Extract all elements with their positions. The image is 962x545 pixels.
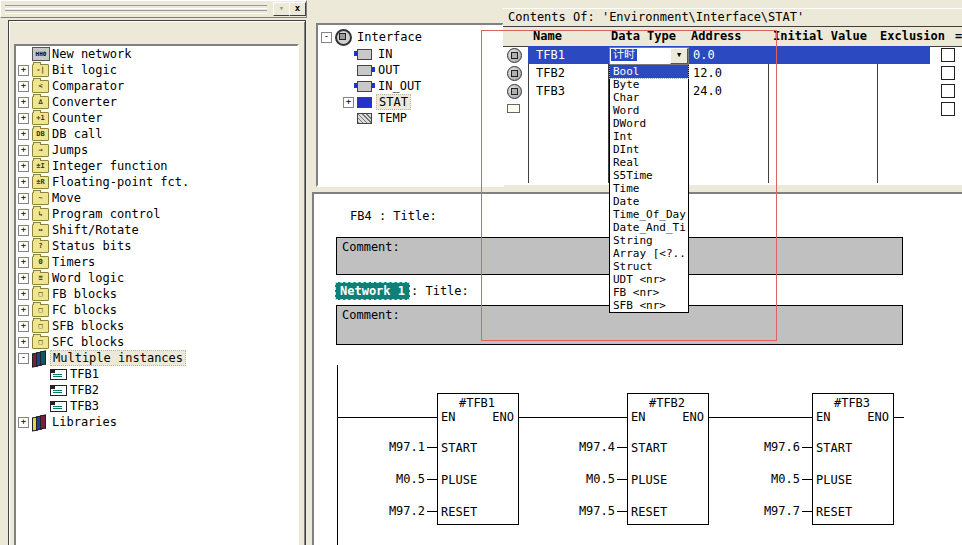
palette-item-label[interactable]: Floating-point fct. xyxy=(50,175,191,189)
palette-item-bit-logic[interactable]: +-|Bit logic xyxy=(16,62,297,78)
network-badge[interactable]: Network 1 xyxy=(335,282,410,300)
expand-plus-icon[interactable]: + xyxy=(18,129,29,140)
palette-item-label[interactable]: TFB1 xyxy=(68,367,101,381)
palette-item-label[interactable]: New network xyxy=(50,47,133,61)
palette-item-label[interactable]: Move xyxy=(50,191,83,205)
data-type-dropdown[interactable]: BoolByteCharWordDWordIntDIntRealS5TimeTi… xyxy=(609,64,689,313)
palette-item-word-logic[interactable]: +≡Word logic xyxy=(16,270,297,286)
iface-item-temp[interactable]: TEMP xyxy=(318,110,502,126)
palette-item-fc-blocks[interactable]: +□FC blocks xyxy=(16,302,297,318)
dropdown-option-time-of-day[interactable]: Time_Of_Day xyxy=(610,208,688,221)
palette-item-label[interactable]: Timers xyxy=(50,255,97,269)
palette-menu-button[interactable]: ▾ xyxy=(273,2,290,16)
cell-address[interactable]: 24.0 xyxy=(693,82,722,100)
dropdown-option-string[interactable]: String xyxy=(610,234,688,247)
exclusion-checkbox[interactable] xyxy=(941,66,955,80)
iface-item-label[interactable]: Interface xyxy=(355,30,424,44)
palette-item-label[interactable]: Shift/Rotate xyxy=(50,223,141,237)
expand-plus-icon[interactable]: + xyxy=(18,145,29,156)
expand-plus-icon[interactable]: + xyxy=(18,209,29,220)
expand-plus-icon[interactable]: + xyxy=(18,305,29,316)
palette-item-label[interactable]: Counter xyxy=(50,111,105,125)
dropdown-option-word[interactable]: Word xyxy=(610,104,688,117)
fb-block-tfb2[interactable]: #TFB2ENENOSTARTPLUSERESET xyxy=(627,393,709,525)
palette-item-label[interactable]: TFB3 xyxy=(68,399,101,413)
dropdown-option-sfb-nr-[interactable]: SFB <nr> xyxy=(610,299,688,312)
cell-name[interactable]: TFB1 xyxy=(536,46,565,64)
expand-plus-icon[interactable]: + xyxy=(18,257,29,268)
expand-plus-icon[interactable]: + xyxy=(18,321,29,332)
palette-item-label[interactable]: TFB2 xyxy=(68,383,101,397)
palette-item-sfb-blocks[interactable]: +□SFB blocks xyxy=(16,318,297,334)
expand-plus-icon[interactable]: + xyxy=(18,225,29,236)
expand-plus-icon[interactable]: + xyxy=(18,161,29,172)
operand-m97-7[interactable]: M97.7 xyxy=(722,504,800,518)
palette-item-db-call[interactable]: +DBDB call xyxy=(16,126,297,142)
palette-item-jumps[interactable]: +→Jumps xyxy=(16,142,297,158)
palette-item-label[interactable]: Converter xyxy=(50,95,119,109)
iface-item-in_out[interactable]: IN_OUT xyxy=(318,78,502,94)
table-row[interactable]: TFB212.0 xyxy=(503,64,962,82)
expand-plus-icon[interactable]: + xyxy=(18,177,29,188)
palette-item-timers[interactable]: +ΘTimers xyxy=(16,254,297,270)
expand-plus-icon[interactable]: + xyxy=(18,273,29,284)
palette-item-fb-blocks[interactable]: +□FB blocks xyxy=(16,286,297,302)
operand-m0-5[interactable]: M0.5 xyxy=(347,472,425,486)
cell-address[interactable]: 12.0 xyxy=(693,64,722,82)
dropdown-option-fb-nr-[interactable]: FB <nr> xyxy=(610,286,688,299)
interface-tree-pane[interactable]: -InterfaceINOUTIN_OUT+STATTEMP xyxy=(316,23,504,187)
dropdown-option-date-and-ti[interactable]: Date_And_Ti xyxy=(610,221,688,234)
expand-plus-icon[interactable]: + xyxy=(18,81,29,92)
palette-item-libraries[interactable]: +Libraries xyxy=(16,414,297,430)
palette-item-move[interactable]: +~Move xyxy=(16,190,297,206)
palette-item-multiple-instances[interactable]: -Multiple instances xyxy=(16,350,297,366)
palette-item-shift-rotate[interactable]: +↔Shift/Rotate xyxy=(16,222,297,238)
expand-plus-icon[interactable]: + xyxy=(18,289,29,300)
dropdown-option-time[interactable]: Time xyxy=(610,182,688,195)
palette-titlebar[interactable]: ▾ x xyxy=(0,0,307,18)
palette-item-label[interactable]: Status bits xyxy=(50,239,133,253)
palette-item-integer-function[interactable]: +±IInteger function xyxy=(16,158,297,174)
instruction-tree[interactable]: HH0New network+-|Bit logic+<Comparator+∆… xyxy=(14,44,299,545)
palette-item-tfb2[interactable]: TFB2 xyxy=(16,382,297,398)
palette-item-label[interactable]: Bit logic xyxy=(50,63,119,77)
chevron-down-icon[interactable]: ▼ xyxy=(670,48,688,64)
cell-address[interactable]: 0.0 xyxy=(693,46,715,64)
palette-item-label[interactable]: Libraries xyxy=(50,415,119,429)
data-type-combobox[interactable]: 计时 ▼ xyxy=(609,47,689,65)
exclusion-checkbox[interactable] xyxy=(941,48,955,62)
iface-item-in[interactable]: IN xyxy=(318,46,502,62)
palette-item-label[interactable]: Multiple instances xyxy=(50,350,186,366)
exclusion-checkbox[interactable] xyxy=(941,84,955,98)
iface-item-stat[interactable]: +STAT xyxy=(318,94,502,110)
dropdown-option-dint[interactable]: DInt xyxy=(610,143,688,156)
dropdown-option-date[interactable]: Date xyxy=(610,195,688,208)
iface-item-label[interactable]: IN_OUT xyxy=(376,79,423,93)
dropdown-option-char[interactable]: Char xyxy=(610,91,688,104)
fb-block-tfb3[interactable]: #TFB3ENENOSTARTPLUSERESET xyxy=(812,393,894,525)
operand-m0-5[interactable]: M0.5 xyxy=(537,472,615,486)
operand-m97-5[interactable]: M97.5 xyxy=(537,504,615,518)
iface-item-label[interactable]: IN xyxy=(376,47,394,61)
operand-m97-1[interactable]: M97.1 xyxy=(347,440,425,454)
cell-name[interactable]: TFB3 xyxy=(536,82,565,100)
palette-item-label[interactable]: Word logic xyxy=(50,271,126,285)
expand-plus-icon[interactable]: + xyxy=(18,241,29,252)
palette-item-program-control[interactable]: +↳Program control xyxy=(16,206,297,222)
palette-item-sfc-blocks[interactable]: +□SFC blocks xyxy=(16,334,297,350)
iface-item-out[interactable]: OUT xyxy=(318,62,502,78)
palette-item-label[interactable]: FB blocks xyxy=(50,287,119,301)
palette-item-floating-point-fct-[interactable]: +±RFloating-point fct. xyxy=(16,174,297,190)
dropdown-option-array-[interactable]: Array [<?.. xyxy=(610,247,688,260)
palette-item-label[interactable]: SFB blocks xyxy=(50,319,126,333)
expand-plus-icon[interactable]: + xyxy=(343,97,354,108)
operand-m0-5[interactable]: M0.5 xyxy=(722,472,800,486)
expand-plus-icon[interactable]: + xyxy=(18,417,29,428)
expand-plus-icon[interactable]: + xyxy=(18,65,29,76)
palette-close-button[interactable]: x xyxy=(289,2,306,16)
collapse-minus-icon[interactable]: - xyxy=(18,353,29,364)
dropdown-option-struct[interactable]: Struct xyxy=(610,260,688,273)
palette-item-counter[interactable]: ++1Counter xyxy=(16,110,297,126)
palette-item-converter[interactable]: +∆Converter xyxy=(16,94,297,110)
expand-plus-icon[interactable]: + xyxy=(18,193,29,204)
